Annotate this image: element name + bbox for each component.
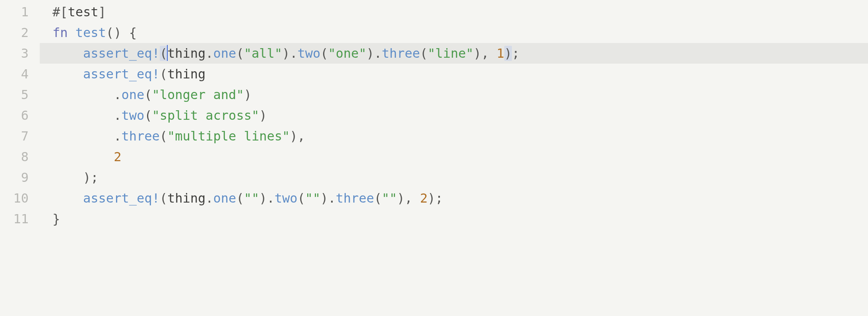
code-token: "one" [328, 46, 366, 61]
code-token: . [52, 87, 121, 102]
code-token [68, 25, 76, 40]
code-token: test [76, 25, 106, 40]
code-token: "line" [428, 46, 474, 61]
code-token: ); [52, 170, 99, 185]
code-token: two [298, 46, 321, 61]
code-token [52, 46, 83, 61]
code-token: "" [305, 191, 321, 206]
code-token: ( [160, 46, 167, 61]
code-token: ) [320, 191, 328, 206]
code-token: ( [160, 191, 167, 206]
code-token: assert_eq! [83, 66, 160, 82]
line-number: 6 [0, 105, 29, 126]
line-number: 2 [0, 22, 29, 43]
code-token: 2 [420, 191, 428, 206]
code-token: ( [160, 66, 167, 82]
code-line[interactable]: .one("longer and") [40, 84, 868, 105]
line-number-gutter: 1234567891011 [0, 0, 40, 229]
code-line[interactable]: fn test() { [40, 22, 868, 43]
code-token: three [336, 191, 374, 206]
code-token: two [121, 108, 144, 123]
code-token: , [298, 129, 305, 144]
code-token: #[ [52, 4, 68, 20]
code-token: . [205, 191, 213, 206]
code-token: thing [167, 46, 205, 61]
code-token: ) [290, 129, 297, 144]
line-number: 11 [0, 209, 29, 229]
code-line[interactable]: ); [40, 167, 868, 188]
code-token [52, 149, 114, 164]
code-line[interactable]: 2 [40, 146, 868, 167]
code-token: "split across" [152, 108, 259, 123]
code-token: { [129, 25, 137, 40]
code-token: "" [244, 191, 260, 206]
code-token: . [52, 129, 121, 144]
line-number: 10 [0, 188, 29, 209]
code-area[interactable]: #[test]fn test() { assert_eq!(thing.one(… [40, 0, 868, 229]
code-token: thing [167, 191, 205, 206]
code-token: ( [236, 191, 244, 206]
code-token: ( [144, 87, 152, 102]
code-token: "all" [244, 46, 282, 61]
code-token: ( [144, 108, 152, 123]
code-token: ( [236, 46, 244, 61]
code-token [121, 25, 129, 40]
code-token: ) [244, 87, 252, 102]
code-token: . [205, 46, 213, 61]
code-token: ( [420, 46, 428, 61]
code-token: ( [298, 191, 305, 206]
code-line[interactable]: .two("split across") [40, 105, 868, 126]
code-token: ( [320, 46, 328, 61]
code-token: assert_eq! [83, 191, 160, 206]
line-number: 9 [0, 167, 29, 188]
code-token: ( [160, 129, 167, 144]
code-token: () [106, 25, 122, 40]
code-token: "longer and" [152, 87, 244, 102]
code-token: . [290, 46, 297, 61]
code-line[interactable]: .three("multiple lines"), [40, 126, 868, 146]
code-token: "" [382, 191, 397, 206]
code-token: ) [259, 191, 267, 206]
code-line[interactable]: assert_eq!(thing [40, 64, 868, 84]
code-token: , [405, 191, 420, 206]
code-token: . [52, 108, 121, 123]
code-token: ) [282, 46, 290, 61]
code-line[interactable]: } [40, 209, 868, 229]
code-token: two [275, 191, 298, 206]
line-number: 5 [0, 84, 29, 105]
code-token: . [267, 191, 274, 206]
code-token: , [481, 46, 497, 61]
code-token: thing [167, 66, 205, 82]
code-editor[interactable]: 1234567891011 #[test]fn test() { assert_… [0, 0, 868, 229]
code-token: . [374, 46, 382, 61]
code-token: 1 [496, 46, 504, 61]
code-token: ; [512, 46, 519, 61]
code-token: ) [366, 46, 374, 61]
code-token: one [213, 46, 236, 61]
code-token [52, 191, 83, 206]
code-token: ( [374, 191, 382, 206]
code-token: one [121, 87, 144, 102]
line-number: 4 [0, 64, 29, 84]
code-token: fn [52, 25, 68, 40]
code-token: } [52, 211, 60, 226]
code-token: 2 [114, 149, 121, 164]
line-number: 3 [0, 43, 29, 64]
code-line[interactable]: assert_eq!(thing.one("").two("").three("… [40, 188, 868, 209]
text-cursor [167, 45, 168, 61]
line-number: 1 [0, 2, 29, 22]
code-token: assert_eq! [83, 46, 160, 61]
code-line[interactable]: assert_eq!(thing.one("all").two("one").t… [40, 43, 868, 64]
code-token: three [121, 129, 159, 144]
code-token: . [328, 191, 336, 206]
code-token: ); [428, 191, 443, 206]
code-token: "multiple lines" [167, 129, 290, 144]
code-token: three [382, 46, 420, 61]
code-token: ) [504, 46, 512, 61]
code-token: ) [397, 191, 405, 206]
line-number: 8 [0, 146, 29, 167]
code-token: one [213, 191, 236, 206]
code-token: test [68, 4, 99, 20]
code-token [52, 66, 83, 82]
code-line[interactable]: #[test] [40, 2, 868, 22]
